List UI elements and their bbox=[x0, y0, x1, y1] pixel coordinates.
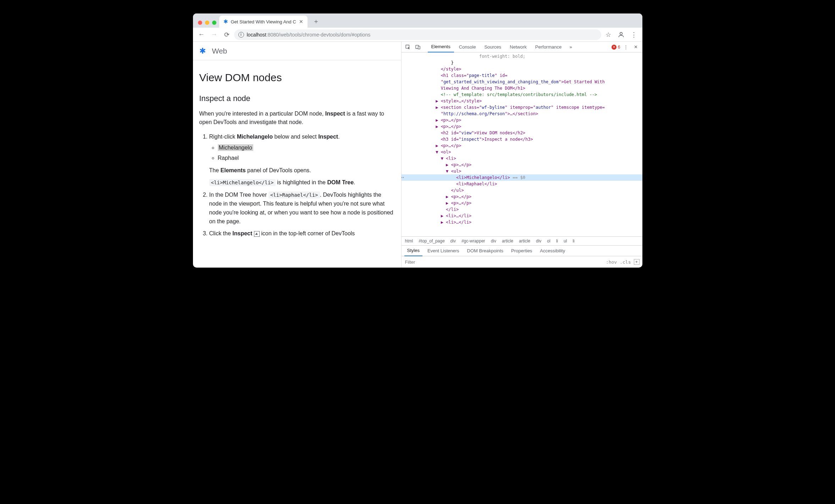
selected-source-line[interactable]: <li>Michelangelo</li> == $0 bbox=[402, 174, 642, 181]
source-line[interactable]: ▶ <p>…</p> bbox=[402, 162, 642, 168]
more-tabs-icon[interactable]: » bbox=[566, 43, 575, 51]
source-line[interactable]: ▶ <style>…</style> bbox=[402, 98, 642, 104]
tab-performance[interactable]: Performance bbox=[532, 42, 565, 52]
source-line[interactable]: <h1 class="page-title" id= bbox=[402, 72, 642, 79]
close-window-icon[interactable] bbox=[198, 21, 202, 25]
crumb[interactable]: ol bbox=[547, 239, 550, 243]
tab-console[interactable]: Console bbox=[455, 42, 480, 52]
inspect-icon bbox=[254, 231, 260, 237]
source-line[interactable]: "http://schema.org/Person">…</section> bbox=[402, 111, 642, 117]
breadcrumb[interactable]: html #top_of_page div #gc-wrapper div ar… bbox=[402, 236, 642, 246]
device-toggle-icon[interactable] bbox=[414, 43, 422, 51]
subtab-properties[interactable]: Properties bbox=[508, 246, 535, 256]
source-line[interactable]: ▼ <ol> bbox=[402, 149, 642, 155]
step-1-code-line: <li>Michelangelo</li> is highlighted in … bbox=[209, 178, 395, 187]
intro-paragraph: When you're interested in a particular D… bbox=[199, 110, 395, 127]
browser-window: ✱ Get Started With Viewing And C ✕ ＋ ← →… bbox=[193, 13, 642, 268]
window-controls bbox=[196, 21, 219, 28]
source-line[interactable]: ▶ <li>…</li> bbox=[402, 219, 642, 225]
error-icon: ✕ bbox=[612, 45, 616, 50]
page-header: ✱ Web bbox=[193, 42, 401, 60]
tab-elements[interactable]: Elements bbox=[428, 42, 454, 52]
content-area: ✱ Web View DOM nodes Inspect a node When… bbox=[193, 42, 642, 268]
source-line[interactable]: ▼ <ul> bbox=[402, 168, 642, 174]
svg-point-0 bbox=[620, 32, 622, 35]
source-line[interactable]: </ul> bbox=[402, 187, 642, 194]
subtab-event-listeners[interactable]: Event Listeners bbox=[425, 246, 462, 256]
browser-menu-icon[interactable]: ⋮ bbox=[628, 29, 640, 40]
crumb[interactable]: div bbox=[450, 239, 456, 243]
error-count-badge[interactable]: ✕6 bbox=[612, 45, 620, 50]
tab-strip: ✱ Get Started With Viewing And C ✕ ＋ bbox=[193, 13, 642, 28]
address-bar[interactable]: i localhost:8080/web/tools/chrome-devtoo… bbox=[234, 29, 601, 40]
step-2: In the DOM Tree hover <li>Raphael</li>. … bbox=[209, 191, 395, 226]
crumb[interactable]: article bbox=[519, 239, 530, 243]
svg-rect-3 bbox=[418, 46, 420, 49]
source-line[interactable]: ▶ <p>…</p> bbox=[402, 123, 642, 130]
crumb[interactable]: #gc-wrapper bbox=[461, 239, 485, 243]
site-logo-icon: ✱ bbox=[199, 46, 206, 56]
subtab-dom-breakpoints[interactable]: DOM Breakpoints bbox=[464, 246, 507, 256]
crumb[interactable]: div bbox=[536, 239, 541, 243]
source-line[interactable]: ▶ <p>…</p> bbox=[402, 194, 642, 200]
devtools-panel: Elements Console Sources Network Perform… bbox=[402, 42, 642, 268]
source-line[interactable]: Viewing And Changing The DOM</h1> bbox=[402, 85, 642, 91]
source-line[interactable]: <!-- wf_template: src/templates/contribu… bbox=[402, 91, 642, 98]
source-line[interactable]: ▶ <p>…</p> bbox=[402, 142, 642, 149]
devtools-close-icon[interactable]: ✕ bbox=[632, 43, 640, 51]
rendered-page: ✱ Web View DOM nodes Inspect a node When… bbox=[193, 42, 402, 268]
source-line[interactable]: <h2 id="view">View DOM nodes</h2> bbox=[402, 130, 642, 136]
favicon-icon: ✱ bbox=[223, 18, 228, 25]
elements-tree[interactable]: font-weight: bold; } </style> <h1 class=… bbox=[402, 52, 642, 236]
source-line[interactable]: font-weight: bold; bbox=[402, 53, 642, 60]
new-tab-button[interactable]: ＋ bbox=[311, 16, 321, 26]
browser-toolbar: ← → ⟳ i localhost:8080/web/tools/chrome-… bbox=[193, 28, 642, 42]
maximize-window-icon[interactable] bbox=[212, 21, 216, 25]
subtab-accessibility[interactable]: Accessibility bbox=[537, 246, 568, 256]
source-line[interactable]: ▶ <p>…</p> bbox=[402, 117, 642, 123]
source-line[interactable]: <li>Raphael</li> bbox=[402, 181, 642, 187]
tab-network[interactable]: Network bbox=[506, 42, 530, 52]
source-line[interactable]: ▶ <p>…</p> bbox=[402, 200, 642, 206]
site-info-icon[interactable]: i bbox=[238, 32, 244, 38]
source-line[interactable]: </li> bbox=[402, 206, 642, 213]
crumb[interactable]: article bbox=[502, 239, 513, 243]
crumb[interactable]: li bbox=[573, 239, 574, 243]
hov-toggle[interactable]: :hov bbox=[606, 259, 617, 265]
example-item-raphael[interactable]: Raphael bbox=[218, 154, 395, 163]
source-line[interactable]: ▼ <li> bbox=[402, 155, 642, 162]
source-line[interactable]: ▶ <li>…</li> bbox=[402, 213, 642, 219]
devtools-menu-icon[interactable]: ⋮ bbox=[622, 43, 630, 51]
profile-icon[interactable] bbox=[615, 29, 627, 40]
subtab-styles[interactable]: Styles bbox=[404, 246, 422, 256]
new-style-rule-icon[interactable]: + bbox=[634, 259, 640, 265]
tab-sources[interactable]: Sources bbox=[481, 42, 505, 52]
bookmark-icon[interactable]: ☆ bbox=[603, 29, 614, 40]
browser-tab[interactable]: ✱ Get Started With Viewing And C ✕ bbox=[219, 16, 308, 28]
reload-button[interactable]: ⟳ bbox=[221, 29, 233, 40]
page-h2: Inspect a node bbox=[199, 93, 395, 105]
source-line[interactable]: ▶ <section class="wf-byline" itemprop="a… bbox=[402, 104, 642, 111]
crumb[interactable]: ul bbox=[564, 239, 567, 243]
inspect-element-icon[interactable] bbox=[404, 43, 412, 51]
crumb[interactable]: div bbox=[491, 239, 496, 243]
example-item-michelangelo[interactable]: Michelangelo bbox=[218, 144, 395, 152]
source-line[interactable]: </style> bbox=[402, 66, 642, 72]
styles-filter-input[interactable] bbox=[404, 259, 465, 265]
crumb[interactable]: li bbox=[556, 239, 558, 243]
crumb[interactable]: #top_of_page bbox=[419, 239, 444, 243]
styles-subtabs: Styles Event Listeners DOM Breakpoints P… bbox=[402, 246, 642, 256]
source-line[interactable]: } bbox=[402, 60, 642, 66]
close-tab-icon[interactable]: ✕ bbox=[299, 19, 303, 24]
crumb[interactable]: html bbox=[405, 239, 413, 243]
source-line[interactable]: "get_started_with_viewing_and_changing_t… bbox=[402, 79, 642, 85]
cls-toggle[interactable]: .cls bbox=[620, 259, 631, 265]
steps-list: Right-click Michelangelo below and selec… bbox=[199, 133, 395, 238]
source-line[interactable]: <h3 id="inspect">Inspect a node</h3> bbox=[402, 136, 642, 142]
step-1-result: The Elements panel of DevTools opens. bbox=[209, 166, 395, 175]
minimize-window-icon[interactable] bbox=[205, 21, 209, 25]
forward-button[interactable]: → bbox=[209, 29, 220, 40]
step-3: Click the Inspect icon in the top-left c… bbox=[209, 229, 395, 238]
url-text: localhost:8080/web/tools/chrome-devtools… bbox=[247, 32, 371, 38]
back-button[interactable]: ← bbox=[196, 29, 207, 40]
